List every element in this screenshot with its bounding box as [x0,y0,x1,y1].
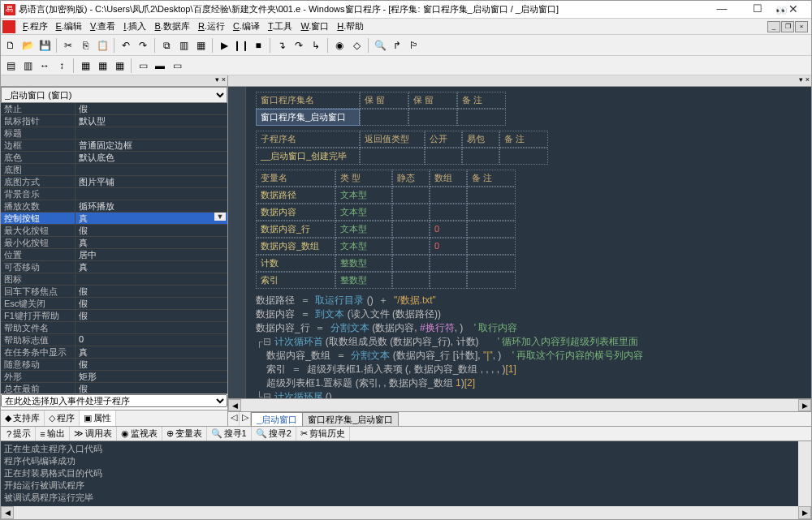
prop-row[interactable]: 底色默认底色 [1,152,227,164]
menu-c[interactable]: C.编译 [229,19,264,34]
layout-icon[interactable]: ▦ [192,37,209,54]
menu-e[interactable]: E.编辑 [52,19,86,34]
prop-value[interactable]: 矩形 [76,371,227,382]
prop-row[interactable]: 可否移动真 [1,261,227,273]
prop-row[interactable]: 随意移动假 [1,359,227,371]
menu-t[interactable]: T.工具 [264,19,297,34]
bottom-tab[interactable]: 🔍搜寻1 [207,427,252,440]
prop-row[interactable]: 最小化按钮真 [1,237,227,249]
bookmark-icon[interactable]: ◇ [348,37,365,54]
redo-icon[interactable]: ↷ [135,37,151,54]
property-grid[interactable]: 禁止假鼠标指针默认型标题边框普通固定边框底色默认底色底图底图方式图片平铺背景音乐… [1,103,227,393]
align-right-icon[interactable]: ▥ [19,58,36,74]
bottom-tab[interactable]: ✂剪辑历史 [296,427,350,440]
prop-value[interactable] [76,322,227,333]
mdi-minimize-button[interactable]: _ [767,21,780,32]
front-icon[interactable]: ▬ [152,58,168,74]
prop-row[interactable]: 总在最前假 [1,383,227,393]
prop-row[interactable]: F1键打开帮助假 [1,310,227,322]
prop-row[interactable]: 底图方式图片平铺 [1,176,227,188]
collapse-icon[interactable]: ↕ [54,58,70,74]
step-over-icon[interactable]: ↷ [291,37,307,54]
prop-value[interactable]: 真 [76,213,227,224]
var-type-cell[interactable]: 整数型 [335,272,392,289]
maximize-button[interactable]: ☐ [740,1,775,19]
left-tab[interactable]: ◇程序 [45,410,80,426]
var-name-cell[interactable]: 计数 [256,255,335,272]
prop-value[interactable]: 假 [76,298,227,309]
save-icon[interactable]: 💾 [37,37,53,54]
prop-value[interactable]: 0 [76,334,227,346]
code-line[interactable]: 索引 ＝ 超级列表框1.插入表项 (, 数据内容_数组 , , , , )[1] [256,363,805,376]
prop-value[interactable] [76,164,227,175]
var-name-cell[interactable]: 索引 [256,272,335,289]
prop-value[interactable]: 图片平铺 [76,176,227,187]
out-scroll-left[interactable]: ◀ [1,506,14,519]
runto-icon[interactable]: ↱ [389,37,405,54]
run-icon[interactable]: ▶ [216,37,232,54]
prop-value[interactable] [76,127,227,139]
bottom-tab[interactable]: ⊕变量表 [162,427,207,440]
prop-value[interactable]: 普通固定边框 [76,140,227,151]
prop-row[interactable]: 边框普通固定边框 [1,140,227,152]
output-content[interactable]: 👀 正在生成主程序入口代码程序代码编译成功正在封装易格式目的代码开始运行被调试程… [1,441,798,506]
menu-h[interactable]: H.帮助 [333,19,368,34]
h-scroll-track[interactable] [241,399,798,411]
prop-value[interactable]: 真 [76,346,227,358]
code-panel-menu-icon[interactable]: ▾ [799,75,803,86]
menu-r[interactable]: R.运行 [194,19,229,34]
code-line[interactable]: 数据内容_行 ＝ 分割文本 (数据内容, #换行符, ) ' 取行内容 [256,321,805,335]
left-tab[interactable]: ▣属性 [80,410,116,426]
prop-row[interactable]: 外形矩形 [1,371,227,383]
find-icon[interactable]: 🔍 [372,37,388,54]
var-name-cell[interactable]: 数据内容 [256,204,335,221]
tab-next-icon[interactable]: ▷ [240,412,251,426]
prop-value[interactable]: 循环播放 [76,200,227,212]
code-panel-close-icon[interactable]: × [806,75,810,86]
var-type-cell[interactable]: 文本型 [335,238,392,255]
prop-row[interactable]: 控制按钮真 [1,213,227,225]
code-editor[interactable]: 窗口程序集名保 留保 留备 注窗口程序集_启动窗口子程序名返回值类型公开易包备 … [228,87,811,398]
code-line[interactable]: └⊟计次循环尾 () [256,390,805,398]
grid2-icon[interactable]: ▦ [94,58,110,74]
var-type-cell[interactable]: 文本型 [335,221,392,238]
panel-menu-icon[interactable]: ▾ [215,75,219,86]
prop-value[interactable]: 假 [76,383,227,393]
var-type-cell[interactable]: 文本型 [335,204,392,221]
prop-row[interactable]: 禁止假 [1,103,227,115]
prop-row[interactable]: 鼠标指针默认型 [1,115,227,127]
align-left-icon[interactable]: ▤ [2,58,19,74]
code-line[interactable]: 数据内容 ＝ 到文本 (读入文件 (数据路径)) [256,307,805,321]
prop-row[interactable]: 最大化按钮假 [1,225,227,237]
minimize-button[interactable]: — [704,1,740,19]
prop-value[interactable]: 假 [76,225,227,236]
prop-value[interactable]: 真 [76,237,227,248]
cut-icon[interactable]: ✂ [60,37,76,54]
menu-f[interactable]: F.程序 [19,19,52,34]
grid3-icon[interactable]: ▦ [111,58,127,74]
scroll-right-button[interactable]: ▶ [798,399,811,411]
pause-icon[interactable]: ❙❙ [233,37,249,54]
prop-row[interactable]: 位置居中 [1,249,227,261]
bottom-tab[interactable]: ◉监视表 [117,427,162,440]
var-type-cell[interactable]: 整数型 [335,255,392,272]
code-tab[interactable]: _启动窗口 [251,412,303,426]
open-icon[interactable]: 📂 [19,37,36,54]
prop-row[interactable]: 播放次数循环播放 [1,200,227,213]
new-icon[interactable]: 🗋 [2,37,19,54]
code-line[interactable]: 超级列表框1.置标题 (索引, , 数据内容_数组 1)[2] [256,376,805,390]
layer-icon[interactable]: ▭ [135,58,151,74]
step-into-icon[interactable]: ↴ [274,37,290,54]
code-line[interactable]: 数据内容_数组 ＝ 分割文本 (数据内容_行 [计数], "|", ) ' 再取… [256,349,805,363]
mdi-close-button[interactable]: × [795,21,808,32]
prop-row[interactable]: 背景音乐 [1,188,227,200]
menu-i[interactable]: I.插入 [119,19,150,34]
event-selector[interactable]: 在此处选择加入事件处理子程序 [1,394,227,407]
prop-row[interactable]: 图标 [1,273,227,286]
window-icon[interactable]: ⧉ [158,37,175,54]
prop-value[interactable] [76,273,227,285]
mdi-restore-button[interactable]: ❐ [781,21,794,32]
left-tab[interactable]: ◆支持库 [1,410,45,426]
grid1-icon[interactable]: ▦ [77,58,93,74]
paste-icon[interactable]: 📋 [94,37,110,54]
